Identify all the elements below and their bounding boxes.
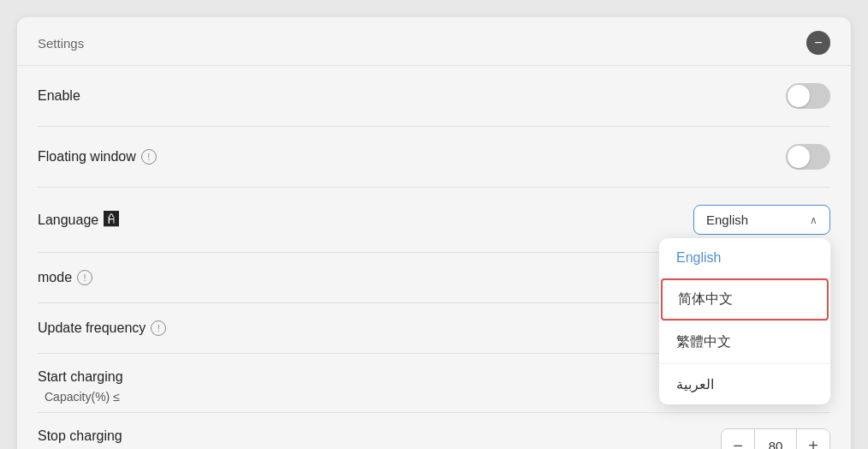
update-frequency-label: Update frequency ! bbox=[38, 320, 166, 336]
mode-label: mode ! bbox=[38, 270, 92, 285]
language-dropdown-menu: English 简体中文 繁體中文 العربية bbox=[659, 238, 830, 404]
minus-icon: − bbox=[814, 36, 822, 50]
capacity-value: 80 bbox=[754, 429, 797, 449]
settings-title: Settings bbox=[38, 36, 84, 51]
stop-charging-labels: Stop charging Capacity(%) ≥ bbox=[38, 428, 122, 449]
dropdown-item-zh-tw[interactable]: 繁體中文 bbox=[659, 321, 830, 363]
settings-panel: Settings − Enable Floating window ! Lang… bbox=[17, 17, 851, 449]
mode-info-icon[interactable]: ! bbox=[77, 270, 92, 285]
floating-window-label: Floating window ! bbox=[38, 149, 157, 165]
dropdown-item-ar[interactable]: العربية bbox=[659, 364, 830, 404]
settings-content: Enable Floating window ! Language 🅰 Engl… bbox=[17, 66, 851, 449]
enable-toggle[interactable] bbox=[786, 83, 830, 109]
language-dropdown-wrapper: English ∧ English 简体中文 繁體中文 bbox=[693, 205, 830, 235]
language-label: Language 🅰 bbox=[38, 211, 119, 229]
floating-window-row: Floating window ! bbox=[38, 127, 830, 188]
floating-window-toggle[interactable] bbox=[786, 144, 830, 170]
chevron-up-icon: ∧ bbox=[810, 214, 817, 226]
language-dropdown-button[interactable]: English ∧ bbox=[693, 205, 830, 235]
enable-label: Enable bbox=[38, 88, 80, 104]
floating-window-info-icon[interactable]: ! bbox=[141, 149, 157, 165]
capacity-plus-button[interactable]: + bbox=[797, 429, 829, 449]
enable-row: Enable bbox=[38, 66, 830, 127]
update-frequency-info-icon[interactable]: ! bbox=[151, 320, 166, 336]
capacity-minus-button[interactable]: − bbox=[722, 429, 754, 449]
language-selected-value: English bbox=[706, 213, 748, 227]
dropdown-item-english[interactable]: English bbox=[659, 238, 830, 278]
plus-icon: + bbox=[808, 436, 818, 450]
stop-charging-section: Stop charging Capacity(%) ≥ − 80 + bbox=[38, 413, 830, 449]
language-icon: 🅰 bbox=[104, 211, 119, 229]
stop-charging-row: Stop charging Capacity(%) ≥ − 80 + bbox=[38, 428, 830, 449]
stop-charging-title: Stop charging bbox=[38, 428, 122, 444]
dropdown-item-zh-cn[interactable]: 简体中文 bbox=[661, 278, 829, 320]
minus-icon: − bbox=[733, 436, 743, 450]
capacity-control: − 80 + bbox=[721, 428, 830, 449]
close-button[interactable]: − bbox=[806, 31, 830, 55]
settings-header: Settings − bbox=[17, 17, 851, 66]
language-row: Language 🅰 English ∧ English 简体中文 bbox=[38, 188, 830, 253]
